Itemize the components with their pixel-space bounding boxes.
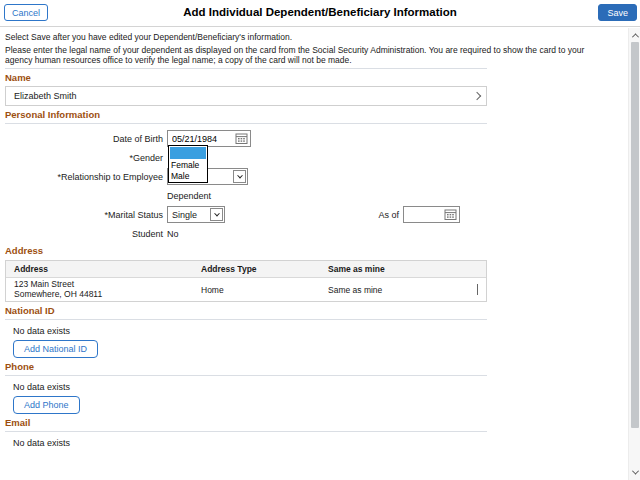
chevron-down-icon: [631, 467, 638, 474]
marital-status-value: Single: [168, 210, 210, 220]
marital-status-select[interactable]: Single: [167, 206, 225, 223]
student-label: Student: [5, 229, 163, 239]
vertical-scrollbar[interactable]: [628, 28, 640, 480]
same-as-mine-cell: Same as mine: [328, 285, 477, 295]
col-address: Address: [6, 264, 201, 274]
add-phone-button[interactable]: Add Phone: [13, 396, 80, 414]
header-bar: Cancel Add Individual Dependent/Benefici…: [0, 0, 640, 27]
phone-empty-text: No data exists: [13, 382, 628, 392]
email-empty-text: No data exists: [13, 438, 628, 448]
student-value: No: [167, 229, 179, 239]
email-heading: Email: [5, 417, 487, 432]
marital-status-row: *Marital Status Single As of: [5, 206, 628, 223]
dob-input[interactable]: [168, 134, 235, 144]
as-of-label: As of: [373, 210, 399, 220]
page-title: Add Individual Dependent/Beneficiary Inf…: [0, 6, 640, 18]
scrollbar-thumb[interactable]: [631, 42, 639, 428]
dependent-row: Dependent: [5, 187, 628, 204]
as-of-field-box: [403, 206, 460, 223]
relationship-dropdown-icon[interactable]: [233, 170, 246, 183]
address-table-header: Address Address Type Same as mine: [6, 261, 486, 278]
marital-status-label: *Marital Status: [5, 210, 163, 220]
chevron-up-icon: [631, 33, 638, 40]
dob-row: Date of Birth: [5, 130, 628, 147]
as-of-calendar-icon[interactable]: [444, 208, 457, 221]
address-cell: 123 Main StreetSomewhere, OH 44811: [6, 280, 201, 299]
student-row: Student No: [5, 225, 628, 242]
gender-label: *Gender: [5, 153, 163, 163]
address-table: Address Address Type Same as mine 123 Ma…: [5, 260, 487, 302]
address-line-2: Somewhere, OH 44811: [14, 289, 102, 299]
dob-label: Date of Birth: [5, 134, 163, 144]
chevron-right-icon: [477, 284, 478, 295]
instruction-line-2: Please enter the legal name of your depe…: [5, 45, 584, 55]
gender-option-male[interactable]: Male: [169, 171, 207, 182]
personal-info-heading: Personal Information: [5, 109, 487, 124]
add-national-id-button[interactable]: Add National ID: [13, 340, 98, 358]
relationship-label: *Relationship to Employee: [5, 172, 163, 182]
national-id-empty-text: No data exists: [13, 326, 628, 336]
relationship-row: *Relationship to Employee: [5, 168, 628, 185]
name-section-heading: Name: [5, 72, 487, 83]
chevron-right-icon: [473, 92, 481, 100]
col-address-type: Address Type: [201, 264, 328, 274]
section-divider: [5, 68, 487, 69]
name-value: Elizabeth Smith: [14, 91, 474, 101]
dependent-text: Dependent: [167, 191, 211, 201]
name-row[interactable]: Elizabeth Smith: [5, 86, 487, 106]
national-id-heading: National ID: [5, 305, 487, 320]
scrollbar-down-arrow[interactable]: [629, 466, 640, 478]
phone-heading: Phone: [5, 361, 487, 376]
instruction-paragraph: Please enter the legal name of your depe…: [5, 45, 628, 65]
instruction-line-1: Select Save after you have edited your D…: [5, 32, 628, 42]
col-same-as-mine: Same as mine: [328, 264, 478, 274]
dob-calendar-icon[interactable]: [235, 132, 248, 145]
gender-option-female[interactable]: Female: [169, 160, 207, 171]
gender-selected-blank[interactable]: [170, 147, 206, 159]
instruction-line-3: agency human resources office to verify …: [5, 55, 352, 65]
address-table-row[interactable]: 123 Main StreetSomewhere, OH 44811 Home …: [6, 278, 486, 301]
scrollbar-up-arrow[interactable]: [629, 29, 640, 41]
personal-info-fields: Date of Birth: [5, 130, 628, 242]
gender-row: *Gender Female Male: [5, 149, 628, 166]
address-line-1: 123 Main Street: [14, 279, 74, 289]
gender-dropdown-open[interactable]: Female Male: [168, 145, 208, 183]
address-section-heading: Address: [5, 245, 487, 256]
save-button[interactable]: Save: [598, 4, 637, 21]
page-content: Select Save after you have edited your D…: [0, 28, 628, 480]
address-type-cell: Home: [201, 285, 328, 295]
as-of-date-input[interactable]: [404, 210, 444, 220]
marital-dropdown-icon[interactable]: [210, 208, 223, 221]
dependent-beneficiary-page: Cancel Add Individual Dependent/Benefici…: [0, 0, 640, 480]
